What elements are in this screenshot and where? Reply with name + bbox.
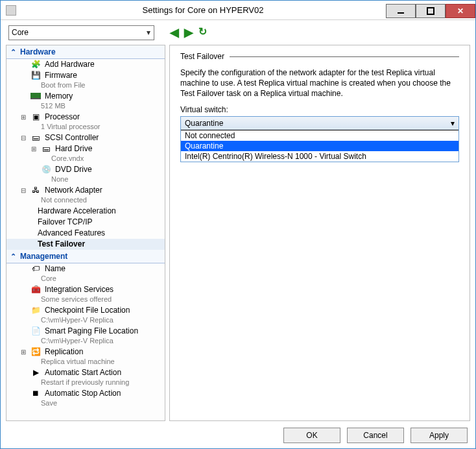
paging-icon: 📄 (30, 326, 41, 335)
tree-sub: Not connected (19, 195, 165, 205)
dvd-icon: 💿 (41, 165, 51, 174)
apply-button[interactable]: Apply (411, 428, 468, 443)
ok-button[interactable]: OK (283, 428, 340, 443)
cancel-button[interactable]: Cancel (347, 428, 404, 443)
tree-memory[interactable]: Memory 512 MB (6, 91, 165, 112)
section-management[interactable]: ⌃ Management (6, 250, 165, 263)
memory-icon (30, 91, 41, 101)
collapse-icon[interactable]: ⊟ (19, 133, 27, 143)
close-button[interactable]: ✕ (446, 4, 475, 18)
tree-name[interactable]: 🏷Name Core (6, 263, 165, 284)
tree-add-hardware[interactable]: 🧩Add Hardware (6, 59, 165, 70)
tree-auto-start[interactable]: ▶Automatic Start Action Restart if previ… (6, 367, 165, 388)
virtual-switch-combo[interactable]: Quarantine ▾ Not connected Quarantine In… (180, 116, 459, 162)
tree-network-adapter[interactable]: ⊟🖧Network Adapter Not connected (6, 185, 165, 206)
tree-hw-accel[interactable]: Hardware Acceleration (6, 206, 165, 217)
tree-sub: Core.vndx (30, 154, 165, 164)
maximize-button[interactable] (416, 4, 446, 18)
panel-description: Specify the configuration of the network… (180, 67, 459, 99)
tree-sub: Boot from File (19, 80, 165, 90)
tree-sub: Core (19, 274, 165, 284)
hard-drive-icon: 🖴 (41, 144, 51, 153)
tree-dvd-drive[interactable]: 💿DVD Drive None (6, 164, 165, 185)
detail-panel: Test Failover Specify the configuration … (169, 45, 470, 421)
dialog-buttons: OK Cancel Apply (283, 428, 468, 443)
replication-icon: 🔁 (30, 347, 41, 356)
expand-icon[interactable]: ⊞ (19, 112, 27, 122)
tree-auto-stop[interactable]: ⏹Automatic Stop Action Save (6, 388, 165, 409)
section-label: Hardware (20, 47, 56, 56)
svg-rect-3 (30, 98, 41, 99)
svg-rect-2 (30, 93, 41, 98)
settings-tree: ⌃ Hardware 🧩Add Hardware 💾Firmware Boot … (6, 45, 165, 421)
minimize-button[interactable] (386, 4, 416, 18)
tree-advanced-features[interactable]: Advanced Features (6, 228, 165, 239)
tree-scsi[interactable]: ⊟🖴SCSI Controller (6, 132, 165, 143)
tree-sub: C:\vm\Hyper-V Replica (19, 336, 165, 346)
expand-icon[interactable]: ⊞ (30, 144, 37, 154)
processor-icon: ▣ (30, 112, 41, 121)
panel-title: Test Failover (180, 52, 224, 61)
tree-integration-services[interactable]: 🧰Integration Services Some services offe… (6, 284, 165, 305)
tree-smart-paging[interactable]: 📄Smart Paging File Location C:\vm\Hyper-… (6, 326, 165, 346)
window-title: Settings for Core on HYPERV02 (20, 5, 386, 15)
combo-dropdown: Not connected Quarantine Intel(R) Centri… (181, 130, 458, 162)
section-hardware[interactable]: ⌃ Hardware (6, 45, 165, 59)
svg-rect-0 (398, 12, 404, 14)
refresh-icon[interactable]: ↻ (198, 25, 207, 40)
virtual-switch-label: Virtual switch: (180, 105, 459, 114)
tree-firmware[interactable]: 💾Firmware Boot from File (6, 70, 165, 91)
svg-rect-1 (427, 8, 434, 14)
tree-sub: 1 Virtual processor (19, 122, 165, 132)
combo-selected: Quarantine (185, 119, 223, 128)
tree-checkpoint-location[interactable]: 📁Checkpoint File Location C:\vm\Hyper-V … (6, 305, 165, 326)
settings-window: Settings for Core on HYPERV02 ✕ ◀ ▶ ↻ ⌃ … (0, 0, 476, 449)
chevron-down-icon: ▾ (451, 119, 455, 128)
tree-replication[interactable]: ⊞🔁Replication Replica virtual machine (6, 346, 165, 367)
firmware-icon: 💾 (30, 71, 41, 80)
app-icon (6, 5, 16, 16)
combo-option[interactable]: Intel(R) Centrino(R) Wireless-N 1000 - V… (181, 151, 458, 162)
combo-option[interactable]: Not connected (181, 130, 458, 141)
tree-sub: Restart if previously running (19, 378, 165, 387)
collapse-icon[interactable]: ⊟ (19, 186, 27, 195)
chevron-up-icon: ⌃ (10, 48, 16, 56)
section-label: Management (20, 252, 67, 261)
start-action-icon: ▶ (30, 368, 41, 377)
tree-sub: Some services offered (19, 295, 165, 304)
expand-icon[interactable]: ⊞ (19, 347, 27, 357)
back-icon[interactable]: ◀ (170, 25, 179, 40)
stop-action-icon: ⏹ (30, 389, 41, 398)
scsi-icon: 🖴 (30, 133, 41, 142)
tree-sub: Save (19, 398, 165, 408)
toolbar: ◀ ▶ ↻ (1, 20, 475, 45)
tree-failover-tcpip[interactable]: Failover TCP/IP (6, 217, 165, 228)
checkpoint-icon: 📁 (30, 306, 41, 315)
chevron-up-icon: ⌃ (10, 252, 16, 261)
titlebar: Settings for Core on HYPERV02 ✕ (1, 1, 475, 20)
tree-sub: Replica virtual machine (19, 357, 165, 367)
add-hardware-icon: 🧩 (30, 60, 41, 69)
tree-processor[interactable]: ⊞▣Processor 1 Virtual processor (6, 112, 165, 132)
tree-hard-drive[interactable]: ⊞🖴Hard Drive Core.vndx (6, 143, 165, 164)
nic-icon: 🖧 (30, 186, 41, 195)
name-icon: 🏷 (30, 264, 41, 273)
tree-sub: C:\vm\Hyper-V Replica (19, 315, 165, 325)
combo-option[interactable]: Quarantine (181, 141, 458, 151)
vm-selector[interactable] (8, 25, 154, 40)
tree-sub: 512 MB (19, 101, 165, 111)
tree-test-failover[interactable]: Test Failover (6, 239, 165, 250)
integration-icon: 🧰 (30, 285, 41, 294)
tree-sub: None (30, 175, 165, 184)
divider (230, 56, 459, 57)
forward-icon[interactable]: ▶ (184, 25, 193, 40)
